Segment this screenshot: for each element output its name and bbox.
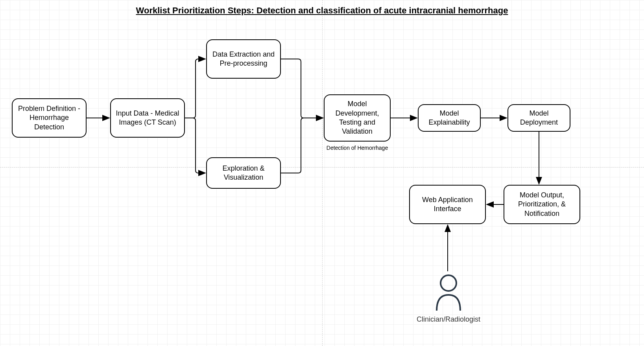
- node-label: Model Development, Testing and Validatio…: [328, 99, 386, 136]
- person-icon: [433, 273, 464, 314]
- horizontal-divider: [0, 167, 644, 167]
- node-model-deployment: Model Deployment: [507, 104, 570, 132]
- node-input-data: Input Data - Medical Images (CT Scan): [110, 98, 185, 138]
- node-exploration: Exploration & Visualization: [206, 157, 281, 189]
- vertical-divider: [322, 0, 323, 346]
- svg-point-0: [441, 275, 456, 291]
- node-label: Model Explainability: [423, 109, 476, 127]
- node-label: Input Data - Medical Images (CT Scan): [115, 109, 180, 127]
- diagram-title: Worklist Prioritization Steps: Detection…: [136, 6, 508, 16]
- node-model-output: Model Output, Prioritization, & Notifica…: [504, 185, 580, 224]
- node-label: Model Deployment: [512, 109, 566, 127]
- node-model-explainability: Model Explainability: [418, 104, 481, 132]
- node-problem-definition: Problem Definition - Hemorrhage Detectio…: [12, 98, 87, 138]
- node-label: Problem Definition - Hemorrhage Detectio…: [17, 104, 82, 132]
- node-web-app: Web Application Interface: [409, 185, 486, 224]
- node-model-development: Model Development, Testing and Validatio…: [324, 94, 391, 142]
- node-label: Model Output, Prioritization, & Notifica…: [508, 191, 576, 218]
- model-dev-caption: Detection of Hemorrhage: [326, 145, 389, 151]
- node-label: Exploration & Visualization: [211, 164, 276, 182]
- node-label: Web Application Interface: [414, 195, 481, 214]
- node-label: Data Extraction and Pre-processing: [211, 50, 276, 68]
- node-data-extraction: Data Extraction and Pre-processing: [206, 39, 281, 79]
- person-label: Clinician/Radiologist: [409, 315, 488, 324]
